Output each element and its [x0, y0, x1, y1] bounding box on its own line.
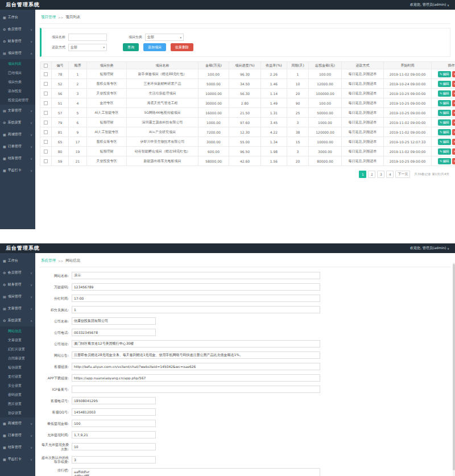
repay-method-select[interactable]: 全部 ▾	[68, 44, 107, 51]
form-input[interactable]	[72, 408, 156, 416]
delete-button[interactable]: ✕删除	[452, 110, 455, 116]
user-menu[interactable]: 欢迎您, 管理员(admin) ∨	[410, 246, 449, 251]
sidebar-item-网站信息[interactable]: 网站信息	[0, 326, 35, 336]
form-input[interactable]	[72, 272, 320, 279]
sidebar-item-商城管理[interactable]: ▦商城管理∨	[0, 129, 35, 140]
sidebar-item-幻灯片设置[interactable]: 幻灯片设置	[0, 345, 35, 354]
user-menu[interactable]: 欢迎您, 管理员(admin) ∨	[410, 2, 449, 7]
sidebar-item-合同章设置[interactable]: 合同章设置	[0, 354, 35, 363]
delete-button[interactable]: ✕删除	[452, 148, 455, 155]
delete-button[interactable]: ✕删除	[452, 158, 455, 164]
sidebar-item-项目管理[interactable]: ▤项目管理∨	[0, 291, 35, 303]
sidebar-item-投资流程管理[interactable]: 投资流程管理	[0, 96, 35, 105]
sidebar-item-系统设置[interactable]: ⚙系统设置∨	[0, 117, 35, 129]
form-input[interactable]	[72, 386, 320, 393]
delete-button[interactable]: ✕删除	[452, 119, 455, 126]
delete-button[interactable]: ✕删除	[452, 71, 455, 77]
row-checkbox[interactable]	[44, 111, 48, 115]
sidebar-item-工作台[interactable]: ▦工作台	[0, 11, 35, 23]
form-textarea[interactable]	[72, 468, 320, 476]
form-input[interactable]	[72, 329, 156, 336]
breadcrumb-section[interactable]: 系统管理	[41, 258, 56, 263]
row-checkbox[interactable]	[44, 121, 48, 125]
sidebar-item-工作台[interactable]: ▦工作台	[0, 255, 35, 267]
delete-button[interactable]: ✕删除	[452, 81, 455, 87]
sidebar-item-财务管理[interactable]: ⚙财务管理∨	[0, 35, 35, 47]
sidebar-item-早起打卡[interactable]: ▦早起打卡∨	[0, 164, 35, 176]
form-input[interactable]	[72, 317, 156, 325]
select-all-checkbox[interactable]	[44, 64, 48, 68]
delete-button[interactable]: ✕删除	[452, 129, 455, 135]
next-page-button[interactable]: 下一页	[395, 171, 410, 178]
vertical-scrollbar[interactable]	[453, 263, 455, 476]
delete-button[interactable]: ✕删除	[452, 139, 455, 145]
sidebar-item-会员管理[interactable]: ⚙会员管理∨	[0, 23, 35, 35]
edit-button[interactable]: ✎编辑	[438, 129, 450, 135]
breadcrumb-section[interactable]: 项目管理	[41, 15, 56, 20]
form-input[interactable]	[72, 283, 320, 291]
form-input[interactable]	[72, 295, 320, 302]
form-input[interactable]	[72, 306, 320, 313]
sidebar-item-项目列表[interactable]: 项目列表	[0, 59, 35, 68]
sidebar-item-支付设置[interactable]: 支付设置	[0, 372, 35, 381]
sidebar-item-项目管理[interactable]: ▤项目管理∧	[0, 47, 35, 59]
edit-button[interactable]: ✎编辑	[438, 158, 450, 164]
delete-button[interactable]: ✕删除	[452, 90, 455, 97]
sidebar-item-早起打卡[interactable]: ▦早起打卡∨	[0, 453, 35, 465]
sidebar-item-文章管理[interactable]: ▤文章管理∨	[0, 105, 35, 117]
row-checkbox[interactable]	[44, 72, 48, 76]
row-checkbox[interactable]	[44, 101, 48, 105]
sidebar-item-短信设置[interactable]: 短信设置	[0, 363, 35, 372]
sidebar-item-项目分类[interactable]: 项目分类	[0, 77, 35, 86]
row-checkbox[interactable]	[44, 159, 48, 163]
edit-button[interactable]: ✎编辑	[438, 100, 450, 106]
form-input[interactable]	[72, 443, 156, 450]
sidebar-item-订单管理[interactable]: ▦订单管理∨	[0, 429, 35, 441]
form-input[interactable]	[72, 397, 156, 404]
edit-button[interactable]: ✎编辑	[438, 148, 450, 155]
row-checkbox[interactable]	[44, 140, 48, 144]
row-checkbox[interactable]	[44, 92, 48, 96]
row-checkbox[interactable]	[44, 130, 48, 134]
search-button[interactable]: 查询	[123, 43, 139, 51]
edit-button[interactable]: ✎编辑	[438, 139, 450, 145]
add-project-button[interactable]: 添加项目	[143, 43, 166, 51]
sidebar-item-图片设置[interactable]: 图片设置	[0, 399, 35, 408]
sidebar-item-订单管理[interactable]: ▦订单管理∨	[0, 140, 35, 152]
page-button-3[interactable]: 3	[377, 171, 384, 178]
scrollbar-thumb[interactable]	[453, 264, 455, 470]
form-input[interactable]	[72, 351, 320, 359]
sidebar-item-文章设置[interactable]: 文章设置	[0, 336, 35, 345]
sidebar-item-结算管理[interactable]: ▦结算管理∨	[0, 441, 35, 453]
sidebar-item-已结项目[interactable]: 已结项目	[0, 68, 35, 77]
sidebar-item-文章管理[interactable]: ▤文章管理∨	[0, 303, 35, 314]
delete-button[interactable]: ✕删除	[452, 100, 455, 106]
row-checkbox[interactable]	[44, 82, 48, 86]
edit-button[interactable]: ✎编辑	[438, 119, 450, 126]
form-input[interactable]	[72, 374, 320, 382]
sidebar-item-安全设置[interactable]: 安全设置	[0, 381, 35, 390]
project-category-select[interactable]: 全部 ▾	[145, 34, 184, 41]
sidebar-item-会员管理[interactable]: ⚙会员管理∨	[0, 267, 35, 279]
form-input[interactable]	[72, 363, 320, 370]
batch-delete-button[interactable]: 批量删除	[171, 43, 193, 51]
sidebar-item-添加投资[interactable]: 添加投资	[0, 86, 35, 96]
edit-button[interactable]: ✎编辑	[438, 110, 450, 116]
sidebar-item-结算管理[interactable]: ▦结算管理∨	[0, 152, 35, 164]
page-button-2[interactable]: 2	[368, 171, 375, 178]
page-button-4[interactable]: 4	[386, 171, 394, 178]
page-button-1[interactable]: 1	[359, 171, 366, 178]
sidebar-item-密码设置[interactable]: 密码设置	[0, 390, 35, 399]
form-input[interactable]	[72, 456, 156, 463]
form-input[interactable]	[72, 340, 320, 347]
sidebar-item-商城管理[interactable]: ▦商城管理∨	[0, 417, 35, 429]
project-name-input[interactable]	[68, 34, 107, 41]
edit-button[interactable]: ✎编辑	[438, 71, 450, 77]
row-checkbox[interactable]	[44, 150, 48, 154]
sidebar-item-协议设置[interactable]: 协议设置	[0, 408, 35, 417]
form-input[interactable]	[72, 431, 156, 438]
sidebar-item-系统设置[interactable]: ⚙系统设置∧	[0, 314, 35, 326]
edit-button[interactable]: ✎编辑	[438, 81, 450, 87]
sidebar-item-财务管理[interactable]: ⚙财务管理∨	[0, 279, 35, 291]
edit-button[interactable]: ✎编辑	[438, 90, 450, 97]
